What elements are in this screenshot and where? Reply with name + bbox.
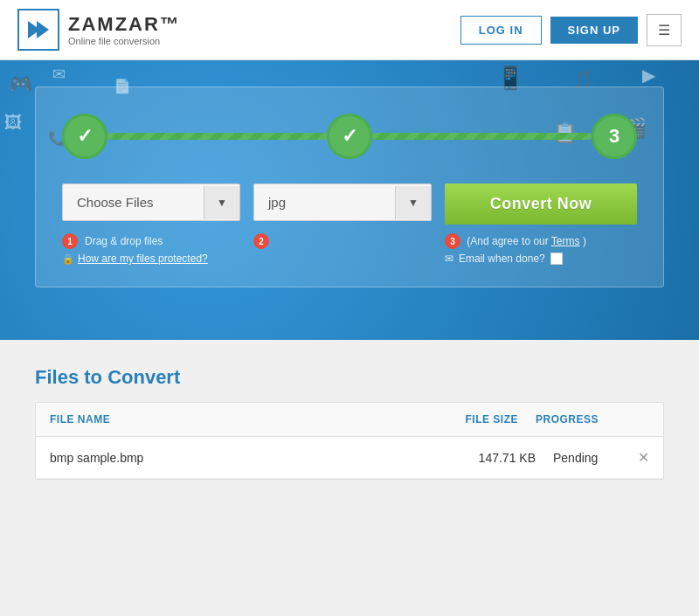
header: ZAMZAR™ Online file conversion LOG IN SI… xyxy=(0,0,699,60)
files-title-accent: Convert xyxy=(107,366,180,388)
terms-hint: 3 (And agree to our Terms ) xyxy=(445,233,637,249)
drag-drop-hint: 1 Drag & drop files xyxy=(62,233,240,249)
format-arrow: ▼ xyxy=(395,186,431,219)
email-hint: ✉ Email when done? xyxy=(445,253,637,265)
logo-area: ZAMZAR™ Online file conversion xyxy=(17,9,181,51)
lock-icon: 🔒 xyxy=(62,253,74,265)
step-3-circle: 3 xyxy=(592,114,637,159)
protect-link[interactable]: How are my files protected? xyxy=(78,253,208,265)
doodle-envelope: ✉ xyxy=(52,65,66,84)
files-section: Files to Convert FILE NAME FILE SIZE PRO… xyxy=(0,340,699,506)
remove-file-button[interactable]: ✕ xyxy=(632,449,649,466)
files-title: Files to Convert xyxy=(35,366,664,389)
cell-progress: Pending xyxy=(536,451,632,465)
step-badge-1: 1 xyxy=(62,233,78,249)
files-table: FILE NAME FILE SIZE PROGRESS bmp sample.… xyxy=(35,402,664,480)
envelope-icon: ✉ xyxy=(445,253,453,265)
doodle-image: 🖼 xyxy=(4,113,22,133)
email-checkbox[interactable] xyxy=(550,253,563,265)
file-col: Choose Files ▼ xyxy=(62,183,240,221)
header-nav: LOG IN SIGN UP ☰ xyxy=(460,14,682,46)
terms-prefix: (And agree to our xyxy=(467,235,551,247)
hero-section: 🎮 ✉ 🖼 📄 📱 🎵 🎬 ▶ 📋 📞 ✓ ✓ 3 Choose Files ▼ xyxy=(0,60,699,340)
col-filesize-header: FILE SIZE xyxy=(413,413,518,426)
logo-text: ZAMZAR™ Online file conversion xyxy=(68,13,181,46)
signup-button[interactable]: SIGN UP xyxy=(550,17,638,44)
svg-marker-1 xyxy=(37,21,49,38)
form-row: Choose Files ▼ jpg ▼ Convert Now xyxy=(62,183,637,225)
doodle-gameboy: 🎮 xyxy=(9,73,32,96)
step-2-circle: ✓ xyxy=(327,114,372,159)
col-filename-header: FILE NAME xyxy=(50,413,413,426)
file-hints: 1 Drag & drop files 🔒 How are my files p… xyxy=(62,233,240,265)
step-badge-3: 3 xyxy=(445,233,460,249)
drag-drop-label: Drag & drop files xyxy=(85,235,163,247)
email-label: Email when done? xyxy=(459,253,545,265)
menu-button[interactable]: ☰ xyxy=(647,14,682,46)
converter-box: ✓ ✓ 3 Choose Files ▼ jpg ▼ xyxy=(35,87,664,287)
choose-files-label: Choose Files xyxy=(63,184,204,220)
convert-hints: 3 (And agree to our Terms ) ✉ Email when… xyxy=(445,233,637,265)
table-header: FILE NAME FILE SIZE PROGRESS xyxy=(36,403,663,437)
convert-col: Convert Now xyxy=(445,183,637,225)
logo-name: ZAMZAR™ xyxy=(68,13,181,36)
terms-suffix: ) xyxy=(583,235,586,247)
login-button[interactable]: LOG IN xyxy=(460,16,542,45)
progress-steps: ✓ ✓ 3 xyxy=(62,114,637,159)
terms-link[interactable]: Terms xyxy=(551,235,580,247)
format-hints: 2 xyxy=(253,233,432,265)
table-row: bmp sample.bmp 147.71 KB Pending ✕ xyxy=(36,437,663,479)
format-col: jpg ▼ xyxy=(253,183,432,221)
protect-hint: 🔒 How are my files protected? xyxy=(62,253,240,265)
col-progress-header: PROGRESS xyxy=(518,413,632,426)
step-1-circle: ✓ xyxy=(62,114,107,159)
convert-now-button[interactable]: Convert Now xyxy=(445,183,637,225)
cell-filename: bmp sample.bmp xyxy=(50,451,431,465)
logo-subtitle: Online file conversion xyxy=(68,36,181,46)
choose-files-arrow: ▼ xyxy=(204,186,239,219)
format-step-hint: 2 xyxy=(253,233,432,249)
form-hints: 1 Drag & drop files 🔒 How are my files p… xyxy=(62,233,637,265)
choose-files-button[interactable]: Choose Files ▼ xyxy=(62,183,240,221)
logo-icon xyxy=(17,9,59,51)
format-value: jpg xyxy=(254,184,395,220)
doodle-video: ▶ xyxy=(642,65,655,86)
step-badge-2: 2 xyxy=(253,233,269,249)
files-title-plain: Files to xyxy=(35,366,107,388)
cell-filesize: 147.71 KB xyxy=(431,451,536,465)
format-select[interactable]: jpg ▼ xyxy=(253,183,432,221)
